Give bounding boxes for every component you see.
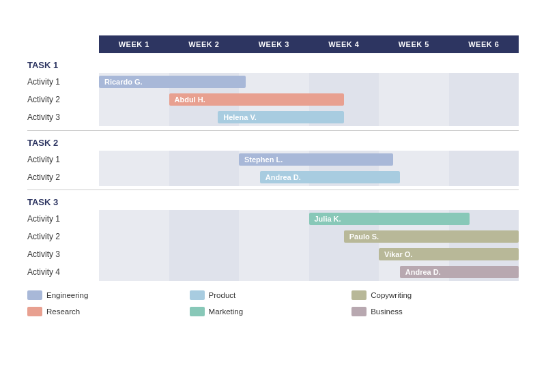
task-label: TASK 2 [27, 131, 99, 151]
week-bg [309, 168, 379, 186]
week-bg [309, 228, 379, 245]
week-bg [169, 91, 240, 108]
task-label: TASK 1 [27, 53, 99, 73]
legend-item: Product [190, 290, 352, 300]
week-header: WEEK 2 [169, 35, 240, 53]
week-bg [309, 263, 379, 281]
activity-label: Activity 2 [27, 168, 99, 186]
task-label: TASK 3 [27, 190, 99, 210]
legend-item: Business [351, 307, 514, 316]
week-bg [169, 245, 240, 263]
week-bg [169, 210, 240, 228]
week-header: WEEK 4 [309, 35, 379, 53]
week-bg [309, 108, 379, 126]
week-bg [449, 263, 519, 281]
legend-color-box [27, 290, 42, 300]
week-bg [449, 91, 519, 108]
week-bg [309, 91, 379, 108]
week-bg [99, 108, 169, 126]
week-bg [239, 245, 309, 263]
legend-color-box [190, 290, 205, 300]
week-bg [449, 228, 519, 245]
week-bg [309, 73, 379, 91]
legend-item: Research [27, 307, 190, 316]
week-header: WEEK 1 [99, 35, 169, 53]
week-bg [239, 210, 309, 228]
week-bg [449, 245, 519, 263]
week-bg [449, 168, 519, 186]
activity-label: Activity 3 [27, 245, 99, 263]
legend-label-text: Product [209, 291, 236, 299]
legend-label-text: Marketing [209, 307, 244, 316]
page-header [27, 20, 519, 23]
week-bg [379, 263, 449, 281]
week-bg [169, 151, 240, 168]
week-bg [169, 73, 240, 91]
gantt-chart: WEEK 1WEEK 2WEEK 3WEEK 4WEEK 5WEEK 6TASK… [27, 35, 519, 281]
week-bg [449, 151, 519, 168]
week-bg [239, 228, 309, 245]
week-bg [99, 73, 169, 91]
week-bg [379, 245, 449, 263]
week-bg [309, 210, 379, 228]
week-bg [449, 73, 519, 91]
week-bg [239, 91, 309, 108]
legend-item: Marketing [190, 307, 352, 316]
week-bg [309, 151, 379, 168]
activity-label: Activity 2 [27, 91, 99, 108]
legend-color-box [351, 290, 367, 300]
activity-label: Activity 4 [27, 263, 99, 281]
week-bg [169, 108, 240, 126]
week-bg [99, 245, 169, 263]
legend-label-text: Business [371, 307, 403, 316]
week-bg [239, 168, 309, 186]
week-header: WEEK 5 [379, 35, 449, 53]
week-bg [379, 210, 449, 228]
week-bg [99, 263, 169, 281]
week-bg [449, 210, 519, 228]
activity-label: Activity 1 [27, 73, 99, 91]
week-bg [379, 168, 449, 186]
week-bg [379, 91, 449, 108]
week-bg [239, 263, 309, 281]
week-bg [99, 228, 169, 245]
week-bg [379, 108, 449, 126]
legend-label-text: Engineering [46, 291, 88, 299]
week-bg [169, 168, 240, 186]
legend: Engineering Product Copywriting Research… [27, 290, 519, 319]
legend-color-box [27, 307, 42, 316]
week-bg [379, 228, 449, 245]
legend-label-text: Research [46, 307, 80, 316]
legend-item: Copywriting [351, 290, 514, 300]
activity-label: Activity 1 [27, 151, 99, 168]
legend-color-box [351, 307, 367, 316]
activity-label: Activity 1 [27, 210, 99, 228]
week-bg [379, 73, 449, 91]
week-bg [99, 210, 169, 228]
legend-item: Engineering [27, 290, 190, 300]
week-bg [99, 168, 169, 186]
week-bg [99, 91, 169, 108]
week-bg [379, 151, 449, 168]
week-bg [169, 228, 240, 245]
week-bg [99, 151, 169, 168]
legend-color-box [190, 307, 205, 316]
week-header: WEEK 6 [449, 35, 519, 53]
legend-label-text: Copywriting [371, 291, 412, 299]
week-bg [169, 263, 240, 281]
activity-label: Activity 3 [27, 108, 99, 126]
activity-label: Activity 2 [27, 228, 99, 245]
week-bg [239, 73, 309, 91]
week-bg [309, 245, 379, 263]
week-bg [239, 151, 309, 168]
week-header: WEEK 3 [239, 35, 309, 53]
week-bg [239, 108, 309, 126]
week-bg [449, 108, 519, 126]
